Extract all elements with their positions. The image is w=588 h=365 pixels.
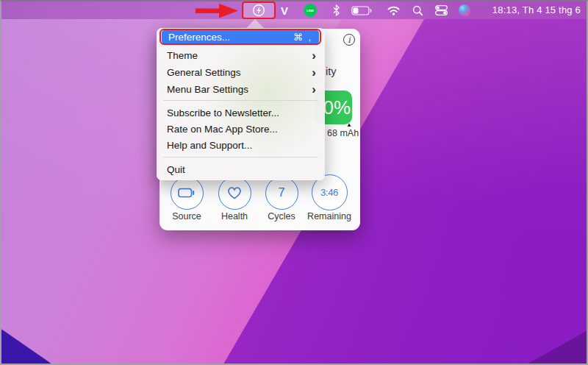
cycles-value: 7: [278, 185, 284, 200]
rate-label: Rate on Mac App Store...: [167, 124, 278, 135]
general-settings-label: General Settings: [167, 67, 241, 78]
chevron-right-icon: ›: [312, 83, 316, 96]
help-label: Help and Support...: [167, 140, 252, 151]
line-icon: LINE: [304, 4, 317, 17]
menu-separator: [163, 157, 318, 157]
line-app-menubar-icon[interactable]: LINE: [304, 1, 317, 19]
menu-item-rate-app-store[interactable]: Rate on Mac App Store...: [157, 121, 325, 138]
info-icon[interactable]: i: [343, 34, 355, 46]
wifi-icon: [387, 6, 400, 15]
source-label: Source: [163, 211, 210, 222]
line-label: LINE: [306, 9, 314, 13]
wifi-menubar-icon[interactable]: [387, 1, 400, 19]
annotation-arrow-icon: [194, 2, 241, 20]
chevron-right-icon: ›: [312, 66, 316, 79]
menu-bar-settings-label: Menu Bar Settings: [167, 84, 248, 95]
cycles-label: Cycles: [258, 211, 305, 222]
siri-icon: [459, 4, 470, 16]
capacity-mah-fragment: 68 mAh: [327, 128, 359, 138]
menu-item-subscribe-newsletter[interactable]: Subscribe to Newsletter...: [157, 104, 325, 121]
preferences-annotation-box: [159, 29, 321, 45]
popup-anchor-arrow: [246, 19, 264, 28]
menubar-icon-annotation-box: [242, 1, 276, 19]
menu-item-quit[interactable]: Quit: [157, 161, 325, 178]
battery-icon: [351, 6, 373, 15]
bluetooth-icon: [332, 4, 340, 16]
v-app-menubar-icon[interactable]: V: [279, 1, 290, 19]
chevron-right-icon: ›: [312, 49, 316, 62]
battery-status-menubar-icon[interactable]: [351, 1, 373, 19]
menu-bar: V LINE: [1, 1, 587, 19]
battery-source-icon: [178, 188, 196, 198]
menu-separator: [163, 100, 318, 101]
menubar-clock[interactable]: 18:13, Th 4 15 thg 6: [492, 1, 581, 19]
bluetooth-menubar-icon[interactable]: [331, 1, 340, 19]
menu-item-theme[interactable]: Theme ›: [157, 47, 325, 64]
spotlight-menubar-icon[interactable]: [412, 1, 423, 19]
toggles-icon: [435, 5, 448, 15]
health-stat-button[interactable]: [218, 177, 251, 210]
capacity-marker-icon: ▲: [346, 121, 352, 128]
remaining-label: Remaining: [304, 211, 355, 222]
menu-item-general-settings[interactable]: General Settings ›: [157, 64, 325, 81]
menu-item-menu-bar-settings[interactable]: Menu Bar Settings ›: [157, 81, 325, 98]
capacity-label-fragment: ity: [326, 65, 337, 77]
search-icon: [412, 5, 423, 16]
remaining-value: 3:46: [320, 187, 338, 198]
source-stat-button[interactable]: [171, 177, 204, 210]
control-center-menubar-icon[interactable]: [435, 1, 448, 19]
cycles-stat-button[interactable]: 7: [265, 177, 298, 210]
app-context-menu: Preferences... ⌘ , Theme › General Setti…: [157, 28, 325, 180]
desktop-screenshot: i ity 0% ▲ 68 mAh 7 3:46 Source Health C…: [0, 0, 588, 365]
heart-icon: [226, 185, 243, 200]
menu-item-help-support[interactable]: Help and Support...: [157, 137, 325, 154]
subscribe-label: Subscribe to Newsletter...: [167, 107, 279, 118]
quit-label: Quit: [167, 164, 185, 175]
health-label: Health: [211, 211, 258, 222]
theme-label: Theme: [167, 50, 198, 61]
siri-menubar-icon[interactable]: [459, 1, 470, 19]
v-label: V: [281, 4, 288, 17]
